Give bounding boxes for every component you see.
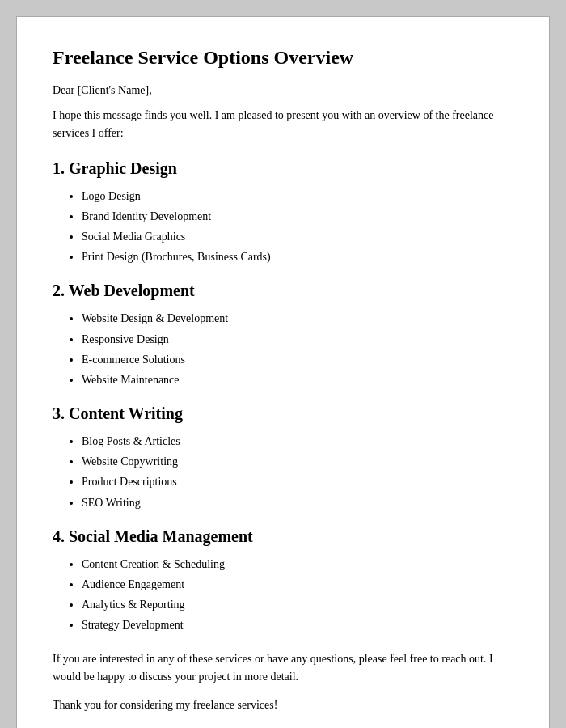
list-item: Content Creation & Scheduling — [82, 554, 513, 574]
list-item: Website Design & Development — [82, 308, 513, 328]
list-item: Website Maintenance — [82, 370, 513, 390]
list-item: Product Descriptions — [82, 472, 513, 492]
section-heading-2: 2. Web Development — [53, 281, 513, 300]
section-heading-4: 4. Social Media Management — [53, 527, 513, 546]
list-item: Brand Identity Development — [82, 206, 513, 226]
closing-paragraph: If you are interested in any of these se… — [53, 650, 513, 687]
document-title: Freelance Service Options Overview — [53, 46, 513, 70]
section-list-4: Content Creation & SchedulingAudience En… — [82, 554, 513, 636]
list-item: Blog Posts & Articles — [82, 431, 513, 451]
section-4: 4. Social Media ManagementContent Creati… — [53, 527, 513, 636]
list-item: Audience Engagement — [82, 574, 513, 595]
sections-container: 1. Graphic DesignLogo DesignBrand Identi… — [53, 159, 513, 636]
list-item: SEO Writing — [82, 493, 513, 513]
list-item: E-commerce Solutions — [82, 349, 513, 370]
section-1: 1. Graphic DesignLogo DesignBrand Identi… — [53, 159, 513, 268]
section-2: 2. Web DevelopmentWebsite Design & Devel… — [53, 281, 513, 390]
section-heading-3: 3. Content Writing — [53, 404, 513, 423]
section-list-2: Website Design & DevelopmentResponsive D… — [82, 308, 513, 390]
section-3: 3. Content WritingBlog Posts & ArticlesW… — [53, 404, 513, 513]
list-item: Social Media Graphics — [82, 226, 513, 247]
list-item: Website Copywriting — [82, 451, 513, 472]
list-item: Responsive Design — [82, 329, 513, 349]
salutation: Dear [Client's Name], — [53, 84, 513, 97]
section-list-3: Blog Posts & ArticlesWebsite Copywriting… — [82, 431, 513, 513]
signature-block: Best regards,[Your Name][Your Contact In… — [53, 725, 513, 728]
list-item: Strategy Development — [82, 615, 513, 635]
section-heading-1: 1. Graphic Design — [53, 159, 513, 178]
list-item: Logo Design — [82, 186, 513, 206]
section-list-1: Logo DesignBrand Identity DevelopmentSoc… — [82, 186, 513, 268]
list-item: Analytics & Reporting — [82, 595, 513, 615]
thank-you-text: Thank you for considering my freelance s… — [53, 699, 513, 712]
intro-paragraph: I hope this message finds you well. I am… — [53, 107, 513, 143]
list-item: Print Design (Brochures, Business Cards) — [82, 247, 513, 267]
document-container: Freelance Service Options Overview Dear … — [16, 16, 550, 728]
signature-line-1: Best regards, — [53, 725, 513, 728]
